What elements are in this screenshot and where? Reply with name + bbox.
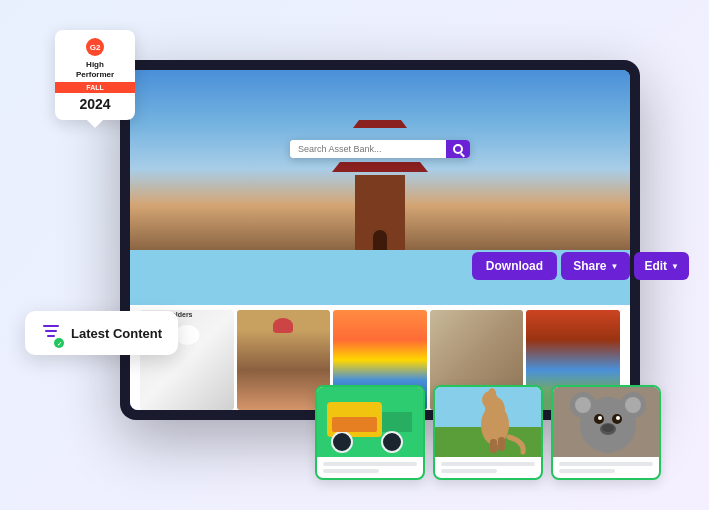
edit-chevron-icon: ▼ <box>671 262 679 271</box>
g2-high-performer-text: HighPerformer <box>65 60 125 79</box>
g2-logo-circle: G2 <box>86 38 104 56</box>
g2-fall-label: FALL <box>55 82 135 93</box>
svg-rect-13 <box>498 437 505 451</box>
media-card-footer-kangaroo <box>435 457 541 478</box>
page-wrapper: Browse Folders G2 HighPerformer FALL 202… <box>0 0 709 510</box>
card-line-3 <box>441 462 535 466</box>
media-card-kangaroo[interactable] <box>433 385 543 480</box>
card-line-6 <box>559 469 615 473</box>
svg-point-18 <box>575 397 591 413</box>
svg-rect-5 <box>332 417 377 432</box>
card-line-2 <box>323 469 379 473</box>
media-card-footer-rickshaw <box>317 457 423 478</box>
card-line-5 <box>559 462 653 466</box>
svg-point-19 <box>625 397 641 413</box>
svg-point-22 <box>598 416 602 420</box>
media-card-img-rickshaw <box>317 387 423 457</box>
card-line-4 <box>441 469 497 473</box>
card-text-lines-2 <box>441 462 535 473</box>
latest-content-label: Latest Content <box>71 326 162 341</box>
share-button[interactable]: Share ▼ <box>561 252 630 280</box>
svg-point-4 <box>382 432 402 452</box>
svg-rect-12 <box>490 439 497 453</box>
check-icon <box>54 338 64 348</box>
search-bar <box>290 140 470 158</box>
search-icon <box>453 144 463 154</box>
g2-logo: G2 <box>65 38 125 56</box>
media-card-img-koala <box>553 387 659 457</box>
svg-rect-2 <box>382 412 412 432</box>
monitor-frame: Browse Folders <box>120 60 640 420</box>
hero-area <box>130 70 630 250</box>
g2-year: 2024 <box>65 96 125 112</box>
g2-badge: G2 HighPerformer FALL 2024 <box>55 30 135 120</box>
card-text-lines-3 <box>559 462 653 473</box>
action-buttons-group: Download Share ▼ Edit ▼ <box>472 252 689 280</box>
share-label: Share <box>573 259 606 273</box>
pagoda-roof-1 <box>350 120 410 128</box>
share-chevron-icon: ▼ <box>610 262 618 271</box>
svg-point-3 <box>332 432 352 452</box>
edit-label: Edit <box>644 259 667 273</box>
pagoda-roof-3 <box>330 162 430 172</box>
latest-content-card[interactable]: Latest Content <box>25 311 178 355</box>
media-card-rickshaw[interactable] <box>315 385 425 480</box>
svg-point-23 <box>616 416 620 420</box>
card-text-lines <box>323 462 417 473</box>
bottom-media-cards <box>315 385 661 480</box>
monitor-screen: Browse Folders <box>130 70 630 410</box>
card-line-1 <box>323 462 417 466</box>
media-card-koala[interactable] <box>551 385 661 480</box>
media-card-footer-koala <box>553 457 659 478</box>
search-input[interactable] <box>290 140 446 158</box>
svg-point-11 <box>488 388 496 400</box>
media-card-img-kangaroo <box>435 387 541 457</box>
search-button[interactable] <box>446 140 470 158</box>
filter-icon-container <box>41 321 61 345</box>
pagoda-door <box>373 230 387 250</box>
g2-notch <box>87 120 103 128</box>
svg-point-25 <box>602 424 614 432</box>
download-button[interactable]: Download <box>472 252 557 280</box>
pagoda-body <box>355 175 405 250</box>
edit-button[interactable]: Edit ▼ <box>634 252 689 280</box>
